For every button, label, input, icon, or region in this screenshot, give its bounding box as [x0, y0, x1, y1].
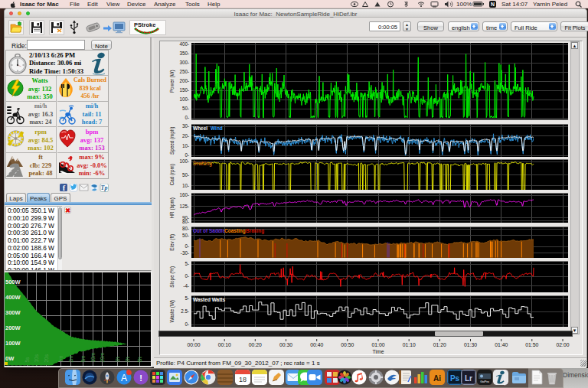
svg-text:02:00: 02:00 [556, 342, 569, 347]
svg-text:01:20: 01:20 [433, 342, 446, 347]
svg-text:10m: 10m [90, 353, 96, 363]
svg-text:-30-: -30- [181, 250, 189, 256]
svg-text:200W: 200W [5, 324, 21, 331]
svg-text:100W: 100W [5, 340, 21, 347]
svg-text:00:00: 00:00 [187, 342, 200, 347]
svg-text:5-: 5- [185, 295, 189, 301]
svg-text:0-: 0- [185, 273, 189, 279]
svg-text:Power (W): Power (W) [169, 70, 175, 93]
svg-text:1m: 1m [58, 355, 64, 362]
svg-text:Wasted Watts: Wasted Watts [193, 297, 226, 302]
svg-text:01:40: 01:40 [495, 342, 508, 347]
svg-text:GoPro: GoPro [480, 380, 489, 383]
svg-text:00:50: 00:50 [341, 342, 354, 347]
svg-text:300W: 300W [5, 309, 21, 316]
svg-text:10-: 10- [182, 143, 189, 148]
svg-text:0-: 0- [185, 115, 189, 120]
svg-text:50-: 50- [182, 172, 189, 178]
svg-text:30-: 30- [182, 123, 189, 129]
svg-text:!: ! [139, 373, 142, 383]
svg-text:300-: 300- [179, 60, 189, 65]
svg-text:1h: 1h [115, 357, 120, 363]
svg-text:20-: 20- [182, 133, 189, 139]
svg-text:20m: 20m [100, 353, 105, 363]
svg-text:Ps: Ps [450, 374, 460, 383]
svg-text:400-: 400- [179, 41, 189, 47]
svg-text:00:30: 00:30 [279, 342, 292, 347]
svg-text:-4-: -4- [183, 283, 189, 289]
svg-text:Cad (rpm): Cad (rpm) [169, 164, 175, 185]
svg-text:20s: 20s [44, 354, 49, 362]
svg-text:100%: 100% [456, 1, 472, 8]
svg-text:Tp: Tp [101, 184, 108, 191]
svg-text:0-: 0- [185, 321, 189, 327]
svg-text:01:00: 01:00 [371, 342, 384, 347]
svg-text:Wind: Wind [211, 126, 223, 131]
svg-text:350-: 350- [179, 51, 189, 56]
svg-text:10-: 10- [182, 183, 189, 188]
svg-text:2.5-: 2.5- [181, 308, 189, 314]
svg-text:5m: 5m [80, 355, 86, 362]
svg-text:Drafting: Drafting [193, 161, 212, 167]
svg-text:5s: 5s [24, 357, 30, 363]
svg-text:2h: 2h [125, 357, 130, 363]
svg-text:5-: 5- [185, 261, 189, 266]
svg-text:Slope (%): Slope (%) [169, 266, 175, 288]
svg-text:500W: 500W [5, 279, 21, 285]
svg-text:0W: 0W [5, 355, 15, 362]
svg-text:5h: 5h [137, 357, 142, 363]
svg-text:2m: 2m [68, 355, 74, 362]
svg-text:80-: 80- [182, 219, 189, 224]
svg-text:01:10: 01:10 [403, 342, 416, 347]
svg-text:18: 18 [239, 376, 247, 383]
svg-text:00:20: 00:20 [249, 342, 262, 347]
svg-text:N: N [491, 2, 495, 7]
svg-text:Time: Time [373, 349, 384, 354]
svg-text:Ai: Ai [433, 374, 441, 383]
svg-text:200-: 200- [179, 78, 189, 83]
svg-text:125-: 125- [179, 204, 189, 209]
svg-text:250-: 250- [179, 69, 189, 74]
svg-text:00:10: 00:10 [218, 342, 231, 347]
svg-text:160-: 160- [179, 192, 189, 197]
svg-text:01:50: 01:50 [525, 342, 538, 347]
svg-text:400W: 400W [5, 294, 21, 301]
svg-text:Braking: Braking [246, 228, 264, 234]
svg-text:100-: 100- [179, 158, 189, 164]
svg-text:01:30: 01:30 [464, 342, 477, 347]
svg-text:A: A [121, 373, 127, 383]
svg-text:00:40: 00:40 [310, 342, 323, 347]
svg-text:10s: 10s [34, 354, 39, 362]
svg-text:50-: 50- [182, 233, 189, 238]
svg-text:Out of Saddle: Out of Saddle [193, 228, 226, 233]
svg-text:0-: 0- [185, 152, 189, 158]
svg-text:Wheel: Wheel [193, 126, 207, 131]
svg-text:HR (bpm): HR (bpm) [169, 197, 175, 218]
svg-text:100-: 100- [179, 96, 189, 102]
svg-text:Elev (ft): Elev (ft) [169, 234, 175, 251]
svg-text:PStroke: PStroke [134, 21, 155, 28]
svg-text:Waste (W): Waste (W) [169, 300, 175, 323]
svg-text:Speed (mph): Speed (mph) [169, 127, 175, 155]
svg-text:50-: 50- [182, 106, 189, 111]
svg-text:Coasting: Coasting [224, 228, 246, 234]
svg-text:80-: 80- [182, 226, 189, 231]
svg-text:0-: 0- [185, 243, 189, 249]
svg-text:150-: 150- [179, 87, 189, 93]
svg-text:Lr: Lr [465, 374, 472, 383]
